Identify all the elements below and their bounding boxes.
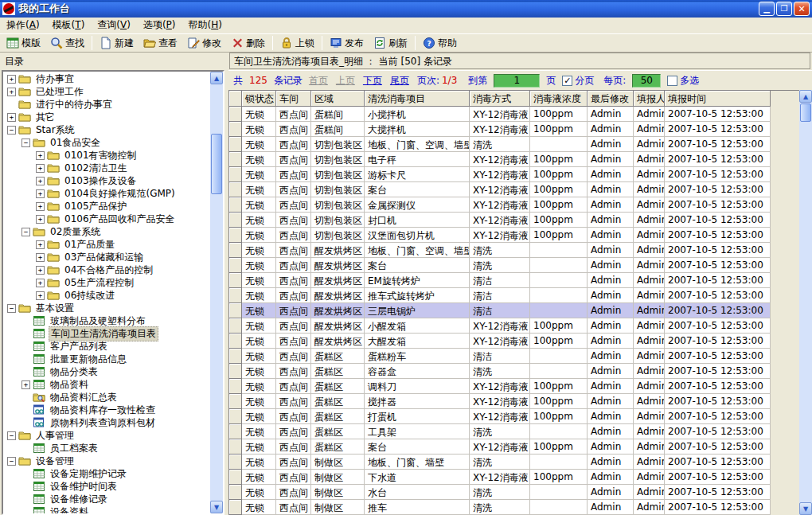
collapse-icon[interactable]: −	[7, 304, 16, 313]
table-scroll-thumb[interactable]	[800, 103, 811, 122]
table-row[interactable]: 无锁西点间蛋糕区调料刀XY-12消毒液100ppmAdminAdmin2007-…	[229, 379, 771, 394]
row-selector[interactable]	[229, 213, 242, 228]
expand-icon[interactable]: +	[36, 291, 45, 300]
tree-item-label[interactable]: 04不合格产品的控制	[63, 263, 154, 277]
tree-item-label[interactable]: 客户产品列表	[49, 340, 109, 353]
table-row[interactable]: 无锁西点间切割包装区案台XY-12消毒液100ppmAdminAdmin2007…	[229, 182, 771, 197]
row-selector[interactable]	[229, 122, 242, 137]
tree-item-label[interactable]: 05生产流程控制	[63, 276, 135, 290]
expand-icon[interactable]: +	[7, 113, 16, 122]
expand-icon[interactable]: +	[7, 88, 16, 96]
expand-icon[interactable]: +	[36, 189, 45, 198]
row-selector[interactable]	[229, 379, 242, 394]
menu-item-3[interactable]: 选项(P)	[137, 17, 182, 33]
tree-item-label[interactable]: Star系统	[34, 123, 76, 137]
tree-item-label[interactable]: 01产品质量	[63, 238, 116, 252]
tree-item[interactable]: −基本设置	[4, 302, 209, 314]
tree-item[interactable]: 设备维护时间表	[4, 480, 209, 493]
table-row[interactable]: 无锁西点间蛋糕间大搅拌机XY-12消毒液100ppmAdminAdmin2007…	[229, 122, 771, 137]
toolbar-button-view[interactable]: 查看	[139, 34, 182, 52]
toolbar-button-refresh[interactable]: 刷新	[369, 34, 412, 52]
table-row[interactable]: 无锁西点间蛋糕区工具架清洗AdminAdmin2007-10-5 12:53:0…	[229, 424, 771, 439]
close-button[interactable]: ✕	[794, 2, 810, 16]
tree-item[interactable]: +其它	[4, 111, 209, 123]
tree-item-label[interactable]: 批量更新物品信息	[49, 353, 128, 366]
tree-item[interactable]: 设备资料	[4, 505, 209, 513]
expand-icon[interactable]: +	[36, 215, 45, 224]
row-selector[interactable]	[229, 107, 242, 122]
tree-item[interactable]: +04不合格产品的控制	[4, 263, 209, 276]
row-selector[interactable]	[229, 197, 242, 213]
multiselect-checkbox[interactable]	[667, 76, 677, 86]
tree-item[interactable]: 员工档案表	[4, 442, 209, 455]
expand-icon[interactable]: +	[36, 266, 45, 275]
tree-item[interactable]: +物品资料	[4, 378, 209, 391]
row-selector[interactable]	[229, 455, 242, 470]
row-selector[interactable]	[229, 152, 242, 167]
collapse-icon[interactable]: −	[7, 126, 16, 135]
column-header[interactable]: 消毒液浓度	[530, 91, 588, 107]
menu-item-0[interactable]: 操作(A)	[0, 17, 46, 33]
table-row[interactable]: 无锁西点间切割包装区汉堡面包切片机XY-12消毒液100ppmAdminAdmi…	[229, 228, 771, 243]
table-row[interactable]: 无锁西点间蛋糕区容器盒清洗AdminAdmin2007-10-5 12:53:0…	[229, 364, 771, 379]
tree-item[interactable]: +待办事宜	[4, 72, 209, 85]
tree-item-label[interactable]: 已处理工作	[34, 85, 85, 99]
goto-page-input[interactable]	[494, 74, 540, 88]
tree-item[interactable]: −设备管理	[4, 455, 209, 467]
column-header[interactable]: 消毒方式	[470, 91, 530, 107]
tree-item-label[interactable]: 01食品安全	[49, 136, 102, 150]
menu-item-2[interactable]: 查询(V)	[91, 17, 137, 33]
tree-item-label[interactable]: 物品资料库存一致性检查	[49, 404, 157, 417]
row-selector[interactable]	[229, 137, 242, 152]
tree-item[interactable]: 批量更新物品信息	[4, 353, 209, 365]
collapse-icon[interactable]: −	[7, 457, 16, 466]
tree-item-label[interactable]: 0103操作及设备	[63, 174, 139, 188]
expand-icon[interactable]: +	[21, 380, 30, 389]
row-selector[interactable]	[229, 182, 242, 197]
row-selector[interactable]	[229, 288, 242, 303]
tree-item-label[interactable]: 物品资料	[49, 378, 90, 392]
tree-item[interactable]: +0101有害物控制	[4, 149, 209, 162]
table-row[interactable]: 无锁西点间醒发烘烤区三层电锔炉清洁AdminAdmin2007-10-5 12:…	[229, 303, 771, 318]
tree-item-label[interactable]: 物品分类表	[49, 365, 100, 379]
tree-item[interactable]: +0106产品回收和产品安全	[4, 213, 209, 225]
table-row[interactable]: 无锁西点间切割包装区地板、门窗、空调、墙壁清洗AdminAdmin2007-10…	[229, 137, 771, 152]
tree-item-label[interactable]: 设备定期维护记录	[49, 467, 128, 481]
row-selector[interactable]	[229, 500, 242, 515]
table-row[interactable]: 无锁西点间切割包装区游标卡尺XY-12消毒液100ppmAdminAdmin20…	[229, 167, 771, 182]
column-header[interactable]: 最后修改	[588, 91, 634, 107]
tree-item[interactable]: +01产品质量	[4, 238, 209, 251]
expand-icon[interactable]: +	[36, 177, 45, 185]
last-page-link[interactable]: 尾页	[390, 74, 409, 88]
tree-item-label[interactable]: 0101有害物控制	[63, 149, 139, 162]
tree-scroll-thumb[interactable]	[211, 134, 222, 194]
column-header[interactable]: 填报时间	[665, 91, 771, 107]
row-selector[interactable]	[229, 243, 242, 258]
row-selector[interactable]	[229, 439, 242, 455]
tree-item[interactable]: 物品分类表	[4, 365, 209, 378]
column-header[interactable]: 清洗消毒项目	[365, 91, 470, 107]
tree-item-label[interactable]: 进行中的待办事宜	[34, 98, 114, 111]
row-selector[interactable]	[229, 485, 242, 500]
table-row[interactable]: 无锁西点间蛋糕区打蛋机XY-12消毒液100ppmAdminAdmin2007-…	[229, 409, 771, 424]
tree-item[interactable]: 物品资料汇总表	[4, 391, 209, 404]
table-row[interactable]: 无锁西点间制做区水台清洗AdminAdmin2007-10-5 12:53:00	[229, 485, 771, 500]
tree-item-label[interactable]: 设备资料	[49, 505, 90, 514]
tree-item-label[interactable]: 0104良好操作规范(GMP)	[63, 187, 177, 201]
next-page-link[interactable]: 下页	[363, 74, 382, 88]
tree-item[interactable]: 车间卫生清洗消毒项目表	[4, 327, 209, 340]
tree-item-label[interactable]: 0102清洁卫生	[63, 162, 129, 175]
tree-item[interactable]: +0104良好操作规范(GMP)	[4, 187, 209, 200]
table-row[interactable]: 无锁西点间醒发烘烤区小醒发箱XY-12消毒液100ppmAdminAdmin20…	[229, 318, 771, 334]
tree-item-label[interactable]: 待办事宜	[34, 72, 76, 86]
tree-item[interactable]: 进行中的待办事宜	[4, 98, 209, 111]
row-selector[interactable]	[229, 470, 242, 485]
expand-icon[interactable]: +	[36, 253, 45, 262]
toolbar-button-lock[interactable]: 上锁	[275, 34, 319, 52]
tree-item[interactable]: +已处理工作	[4, 85, 209, 98]
tree-item-label[interactable]: 设备维修记录	[49, 493, 109, 506]
tree-item[interactable]: +0103操作及设备	[4, 174, 209, 187]
expand-icon[interactable]: +	[7, 75, 16, 84]
row-selector[interactable]	[229, 334, 242, 349]
toolbar-button-find[interactable]: 查找	[45, 34, 89, 52]
